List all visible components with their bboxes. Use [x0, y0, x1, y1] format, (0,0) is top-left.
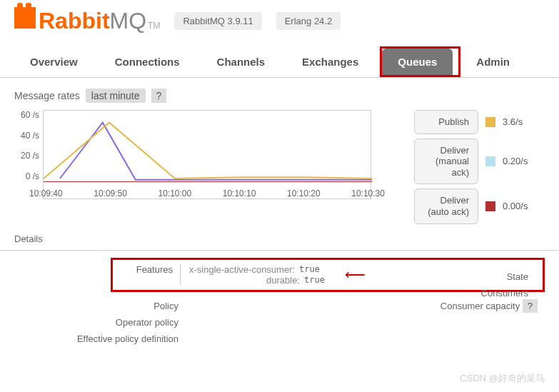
nav-exchanges[interactable]: Exchanges	[286, 49, 374, 77]
features-highlight: Features x-single-active-consumer: true …	[111, 258, 545, 292]
nav-overview[interactable]: Overview	[14, 49, 94, 77]
arrow-annotation: ⟵	[345, 266, 366, 283]
nav-queues[interactable]: Queues	[382, 49, 453, 75]
chart-y-axis: 60 /s40 /s20 /s0 /s	[14, 110, 39, 181]
main-nav: Overview Connections Channels Exchanges …	[0, 49, 559, 78]
chart-legend: Publish3.6/sDeliver (manual ack)0.20/sDe…	[414, 110, 545, 224]
consumer-capacity-label: Consumer capacity	[440, 301, 520, 311]
legend-swatch	[485, 201, 495, 211]
logo-text-mq: MQ	[110, 8, 147, 34]
message-rates-chart: 10:09:4010:09:5010:10:0010:10:1010:10:20…	[43, 110, 371, 199]
rates-title: Message rates	[14, 90, 80, 101]
legend-value: 0.00/s	[503, 201, 528, 211]
feature-key: durable:	[266, 275, 300, 286]
legend-swatch	[485, 117, 495, 127]
logo[interactable]: RabbitMQTM	[14, 7, 160, 34]
logo-tm: TM	[148, 21, 160, 31]
erlang-badge: Erlang 24.2	[276, 12, 341, 30]
rates-period[interactable]: last minute	[86, 89, 146, 103]
operator-policy-label: Operator policy	[14, 317, 186, 328]
details-header[interactable]: Details	[0, 228, 559, 251]
policy-label: Policy	[14, 301, 186, 311]
legend-button[interactable]: Deliver (manual ack)	[414, 139, 478, 185]
logo-text-rabbit: Rabbit	[39, 8, 110, 34]
legend-button[interactable]: Deliver (auto ack)	[414, 189, 478, 223]
feature-val: true	[304, 275, 325, 286]
effective-policy-label: Effective policy definition	[14, 333, 186, 344]
feature-key: x-single-active-consumer:	[189, 264, 295, 275]
legend-button[interactable]: Publish	[414, 110, 478, 134]
help-icon[interactable]: ?	[151, 89, 167, 103]
consumers-label: Consumers	[481, 285, 528, 301]
help-icon[interactable]: ?	[523, 299, 538, 313]
legend-value: 3.6/s	[503, 116, 523, 127]
nav-connections[interactable]: Connections	[99, 49, 196, 77]
nav-channels[interactable]: Channels	[201, 49, 281, 77]
feature-val: true	[299, 264, 320, 275]
nav-admin[interactable]: Admin	[460, 49, 525, 77]
legend-swatch	[485, 156, 495, 166]
legend-value: 0.20/s	[503, 156, 528, 166]
chart-x-axis: 10:09:4010:09:5010:10:0010:10:1010:10:20…	[29, 189, 385, 198]
features-label: Features	[120, 264, 181, 286]
state-label: State	[481, 268, 528, 285]
version-badge: RabbitMQ 3.9.11	[174, 12, 261, 30]
rabbit-icon	[14, 7, 36, 29]
